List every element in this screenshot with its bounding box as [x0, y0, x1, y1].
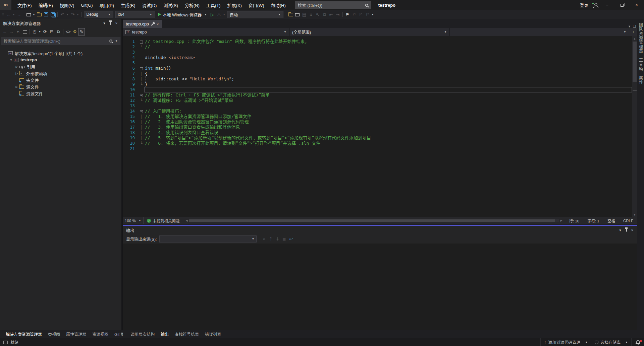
output-source-dropdown[interactable]: ▼	[159, 235, 257, 243]
menu-item[interactable]: Git(G)	[77, 0, 96, 10]
undo-icon[interactable]: ↶	[59, 11, 66, 18]
save-layout-icon[interactable]: ⧉	[55, 28, 62, 36]
close-tab-icon[interactable]: ×	[157, 22, 159, 26]
previous-message-icon[interactable]: ⇡	[267, 235, 274, 243]
close-icon[interactable]: ×	[113, 20, 119, 26]
notifications-button[interactable]	[631, 338, 644, 346]
view-code-icon[interactable]: <>	[65, 28, 71, 36]
code-line[interactable]: 9└}	[123, 82, 632, 87]
menu-item[interactable]: 文件(F)	[14, 0, 35, 10]
menu-item[interactable]: 工具(T)	[203, 0, 224, 10]
autohide-tab[interactable]: 属性	[638, 76, 644, 84]
properties-icon[interactable]: ⚙	[71, 28, 78, 36]
code-line[interactable]: 8│ std::cout << "Hello World!\n";	[123, 76, 632, 82]
nav-project-dropdown[interactable]: ++ testrepo ▼	[123, 28, 289, 36]
navigate-backward-window-icon[interactable]	[294, 11, 301, 18]
active-files-dropdown-icon[interactable]: ▼	[628, 25, 631, 28]
line-number[interactable]: 12	[123, 98, 138, 103]
panel-tab[interactable]: 类视图	[45, 330, 63, 338]
nav-scope-dropdown[interactable]: (全局范围) ▼	[289, 28, 450, 36]
line-number[interactable]: 13	[123, 103, 138, 108]
menu-item[interactable]: 生成(B)	[117, 0, 139, 10]
vertical-scrollbar[interactable]: ▲ ▼	[632, 36, 637, 217]
tree-item[interactable]: ▾++testrepo	[0, 57, 121, 63]
home-icon[interactable]: ⌂	[15, 28, 21, 36]
pin-tab-icon[interactable]	[152, 22, 153, 26]
code-line[interactable]: 20└// 6. 将来，若要再次打开此项目，请转到“文件”>“打开”>“项目”并…	[123, 141, 632, 146]
sign-in-button[interactable]: 登录	[580, 2, 588, 8]
code-line[interactable]: 5	[123, 60, 632, 66]
menu-item[interactable]: 扩展(X)	[224, 0, 245, 10]
document-health-indicator[interactable]: ✓ 未找到相关问题	[144, 218, 183, 223]
menu-item[interactable]: 调试(D)	[139, 0, 160, 10]
nav-member-dropdown[interactable]: ▼	[450, 28, 629, 36]
line-number[interactable]: 6	[123, 66, 138, 71]
redo-caret-icon[interactable]: ▾	[76, 11, 80, 18]
close-button[interactable]: ×	[629, 0, 644, 10]
back-icon[interactable]: ←	[5, 11, 12, 18]
code-line[interactable]: 2└//	[123, 44, 632, 50]
next-message-icon[interactable]: ⇣	[274, 235, 281, 243]
add-to-source-control-button[interactable]: ↑ 添加到源代码管理 ▲	[540, 338, 591, 346]
fold-toggle-icon[interactable]: −	[138, 109, 144, 114]
line-number[interactable]: 11	[123, 93, 138, 97]
code-line[interactable]: 17│// 3. 使用输出窗口查看生成输出和其他消息	[123, 125, 632, 130]
code-line[interactable]: 21	[123, 146, 632, 151]
select-repository-button[interactable]: 选择存储库 ▲	[591, 338, 631, 346]
attach-mode-dropdown[interactable]: 自动▼	[227, 11, 283, 18]
pending-changes-filter-icon[interactable]: ◷	[31, 28, 38, 36]
line-number[interactable]: 15	[123, 114, 138, 119]
undo-caret-icon[interactable]: ▾	[66, 11, 69, 18]
code-line[interactable]: 16│// 2. 使用团队资源管理器窗口连接到源代码管理	[123, 119, 632, 125]
fold-toggle-icon[interactable]: −	[138, 40, 144, 44]
line-number[interactable]: 3	[123, 50, 138, 55]
platform-dropdown[interactable]: x64▼	[115, 11, 155, 18]
panel-tab[interactable]: 解决方案资源管理器	[3, 330, 45, 338]
scroll-down-icon[interactable]: ▼	[632, 212, 637, 217]
output-content[interactable]	[123, 244, 637, 330]
refresh-icon[interactable]: ⟳	[42, 28, 48, 36]
menu-item[interactable]: 分析(N)	[181, 0, 203, 10]
save-icon[interactable]	[43, 11, 49, 18]
expander-icon[interactable]: ▷	[14, 72, 19, 75]
find-message-icon[interactable]: ⌕	[261, 235, 267, 243]
line-number[interactable]: 16	[123, 120, 138, 124]
open-file-icon[interactable]	[36, 11, 43, 18]
pin-icon[interactable]	[623, 227, 629, 233]
toolbar-grip[interactable]: ⠿	[2, 13, 4, 16]
forward-icon[interactable]: →	[8, 28, 15, 36]
line-number[interactable]: 18	[123, 130, 138, 135]
code-line[interactable]: 13	[123, 103, 632, 109]
line-number[interactable]: 19	[123, 136, 138, 140]
autohide-tab[interactable]: 团队资源管理器	[638, 23, 644, 53]
clear-all-icon[interactable]: ≣	[281, 235, 287, 243]
panel-splitter[interactable]	[123, 224, 637, 226]
expander-icon[interactable]: ▾	[8, 58, 14, 62]
start-debugging-button[interactable]: 本地 Windows 调试器 ▼	[156, 11, 209, 18]
line-number[interactable]: 14	[123, 109, 138, 114]
background-tasks-icon[interactable]	[3, 341, 8, 344]
fold-toggle-icon[interactable]: −	[138, 93, 144, 97]
line-number[interactable]: 17	[123, 125, 138, 130]
sync-with-active-document-icon[interactable]	[21, 28, 28, 36]
minimize-button[interactable]: −	[600, 0, 614, 10]
window-position-caret-icon[interactable]: ▾	[617, 227, 623, 233]
horizontal-scrollbar-thumb[interactable]	[189, 219, 555, 222]
code-line[interactable]: 14−// 入门使用技巧:	[123, 109, 632, 114]
code-line[interactable]: 12└// 调试程序: F5 或调试 >“开始调试”菜单	[123, 98, 632, 103]
panel-tab[interactable]: 输出	[158, 330, 172, 338]
panel-tab[interactable]: 查找符号结果	[172, 330, 202, 338]
find-in-files-icon[interactable]	[287, 11, 294, 18]
increase-indent-icon[interactable]: ⇥	[334, 11, 341, 18]
code-line[interactable]: 7│{	[123, 71, 632, 76]
account-add-icon[interactable]: +	[593, 3, 598, 7]
code-line[interactable]: 10	[123, 87, 632, 92]
back-history-caret-icon[interactable]: ▾	[12, 11, 16, 18]
clear-bookmarks-icon[interactable]: ⚐	[364, 11, 371, 18]
menu-item[interactable]: 窗口(W)	[245, 0, 268, 10]
tree-item[interactable]: ▷源文件	[0, 83, 121, 90]
panel-tab[interactable]: 属性管理器	[63, 330, 89, 338]
fold-toggle-icon[interactable]: −	[138, 66, 144, 71]
panel-tab[interactable]: 调用层次结构	[127, 330, 158, 338]
pin-icon[interactable]	[107, 20, 113, 26]
